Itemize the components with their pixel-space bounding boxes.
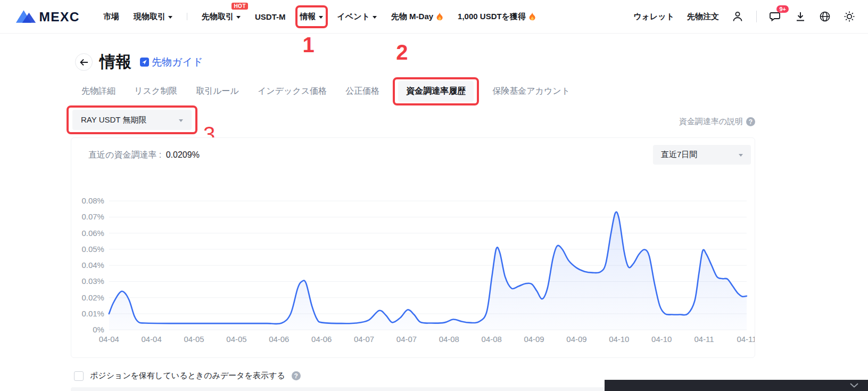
- tab-futures-detail[interactable]: 先物詳細: [81, 86, 115, 97]
- futures-guide-link[interactable]: 先物ガイド: [139, 55, 203, 69]
- annotation-digit-1: 1: [303, 34, 315, 55]
- nav-item-usdtm[interactable]: USDT-M: [255, 12, 286, 21]
- download-icon: [795, 11, 806, 22]
- tab-risk-limit[interactable]: リスク制限: [134, 86, 177, 97]
- notification-bar: [605, 380, 868, 391]
- position-only-label: ポジションを保有しているときのみデータを表示する: [90, 371, 285, 381]
- nav-item-futures[interactable]: HOT 先物取引: [202, 12, 241, 22]
- language-button[interactable]: [819, 11, 831, 22]
- svg-text:0.03%: 0.03%: [82, 276, 104, 286]
- nav-right: ウォレット 先物注文 9+: [633, 11, 855, 22]
- position-only-filter[interactable]: ポジションを保有しているときのみデータを表示する ?: [74, 371, 301, 381]
- funding-rate-explain-link[interactable]: 資金調達率の説明 ?: [679, 117, 755, 127]
- svg-text:04-09: 04-09: [566, 335, 586, 344]
- svg-text:04-08: 04-08: [439, 335, 459, 344]
- messages-button[interactable]: 9+: [770, 11, 782, 22]
- page-title: 情報: [100, 51, 131, 73]
- nav-item-spot[interactable]: 現物取引: [134, 12, 172, 22]
- sun-icon: [844, 11, 855, 22]
- hot-badge: HOT: [232, 3, 248, 10]
- chevron-down-icon: [739, 154, 743, 157]
- mexc-logo-icon: MEXC: [13, 6, 93, 27]
- tab-index-price[interactable]: インデックス価格: [258, 86, 327, 97]
- svg-text:0.05%: 0.05%: [82, 245, 104, 254]
- chevron-down-icon: [179, 119, 183, 122]
- nav-divider: [756, 11, 757, 22]
- svg-text:04-09: 04-09: [524, 335, 544, 344]
- mexc-futures-information-page: MEXC 市場 現物取引 HOT 先物取引 USDT-M 情報: [0, 0, 868, 391]
- nav-item-promo-1000usdt[interactable]: 1,000 USDTを獲得: [458, 12, 536, 22]
- mexc-logo-text: MEXC: [39, 10, 80, 24]
- svg-text:04-04: 04-04: [99, 335, 119, 344]
- svg-text:0.01%: 0.01%: [82, 309, 104, 318]
- latest-funding-rate-value: 0.0209%: [166, 150, 200, 159]
- period-select[interactable]: 直近7日間: [653, 145, 751, 165]
- svg-text:04-05: 04-05: [184, 335, 204, 344]
- chevron-down-icon: [319, 16, 323, 19]
- tab-trading-rules[interactable]: 取引ルール: [196, 86, 239, 97]
- nav-item-wallet[interactable]: ウォレット: [633, 12, 674, 22]
- svg-text:0%: 0%: [93, 325, 104, 334]
- nav-item-events[interactable]: イベント: [337, 12, 377, 22]
- svg-text:04-06: 04-06: [311, 335, 332, 344]
- chevron-down-icon: [168, 16, 172, 19]
- tab-funding-rate-history[interactable]: 資金調達率履歴 2: [398, 81, 474, 102]
- chevron-down-icon: [236, 16, 241, 19]
- nav-item-futures-orders[interactable]: 先物注文: [687, 12, 719, 22]
- globe-icon: [819, 11, 831, 22]
- latest-funding-rate-label: 直近の資金調達率 :: [88, 150, 161, 159]
- nav-item-mday[interactable]: 先物 M-Day: [391, 12, 443, 22]
- top-nav: MEXC 市場 現物取引 HOT 先物取引 USDT-M 情報: [0, 0, 868, 34]
- svg-text:04-11: 04-11: [695, 335, 714, 344]
- svg-text:0.02%: 0.02%: [82, 293, 104, 302]
- nav-item-information[interactable]: 情報 1: [300, 12, 323, 22]
- theme-toggle-button[interactable]: [844, 11, 855, 22]
- svg-text:0.07%: 0.07%: [82, 212, 104, 221]
- funding-rate-chart: 0.08%0.07%0.06%0.05%0.04%0.03%0.02%0.01%…: [71, 138, 755, 357]
- chevron-down-icon[interactable]: [850, 383, 858, 388]
- svg-text:04-07: 04-07: [396, 335, 417, 344]
- nav-item-market[interactable]: 市場: [103, 12, 119, 22]
- latest-funding-rate: 直近の資金調達率 : 0.0209%: [88, 150, 200, 161]
- svg-text:04-07: 04-07: [354, 335, 374, 344]
- question-icon: ?: [746, 117, 755, 126]
- guide-icon: [139, 57, 150, 67]
- nav-menu: 市場 現物取引 HOT 先物取引 USDT-M 情報 1 イベ: [103, 12, 536, 22]
- svg-text:0.04%: 0.04%: [82, 260, 104, 270]
- download-app-button[interactable]: [795, 11, 806, 22]
- account-button[interactable]: [732, 11, 743, 22]
- tab-insurance-fund[interactable]: 保険基金アカウント: [492, 86, 570, 97]
- fire-icon: [528, 12, 536, 21]
- chevron-down-icon: [373, 16, 377, 19]
- svg-text:04-06: 04-06: [269, 335, 289, 344]
- message-count-badge: 9+: [776, 5, 789, 13]
- svg-text:04-10: 04-10: [609, 335, 629, 344]
- contract-select[interactable]: RAY USDT 無期限 3: [72, 110, 192, 130]
- tab-fair-price[interactable]: 公正価格: [345, 86, 379, 97]
- back-button[interactable]: [75, 53, 93, 71]
- period-select-value: 直近7日間: [661, 150, 697, 160]
- svg-text:0.08%: 0.08%: [82, 196, 104, 205]
- svg-text:04-05: 04-05: [226, 335, 246, 344]
- page-header: 情報 先物ガイド: [75, 51, 203, 73]
- user-icon: [732, 11, 743, 22]
- fire-icon: [436, 12, 443, 21]
- svg-text:04-11: 04-11: [737, 335, 755, 344]
- svg-text:04-08: 04-08: [482, 335, 502, 344]
- contract-select-value: RAY USDT 無期限: [81, 115, 146, 125]
- svg-text:04-04: 04-04: [142, 335, 162, 344]
- nav-divider: [187, 13, 187, 20]
- arrow-left-icon: [80, 59, 88, 66]
- funding-rate-card: 0.08%0.07%0.06%0.05%0.04%0.03%0.02%0.01%…: [71, 137, 755, 358]
- position-only-checkbox[interactable]: [74, 371, 84, 381]
- question-icon: ?: [292, 371, 301, 380]
- mexc-logo[interactable]: MEXC: [13, 6, 93, 27]
- info-tabs: 先物詳細 リスク制限 取引ルール インデックス価格 公正価格 資金調達率履歴 2…: [81, 81, 570, 101]
- annotation-digit-2: 2: [396, 42, 408, 63]
- svg-text:04-10: 04-10: [651, 335, 672, 344]
- svg-text:0.06%: 0.06%: [82, 229, 104, 238]
